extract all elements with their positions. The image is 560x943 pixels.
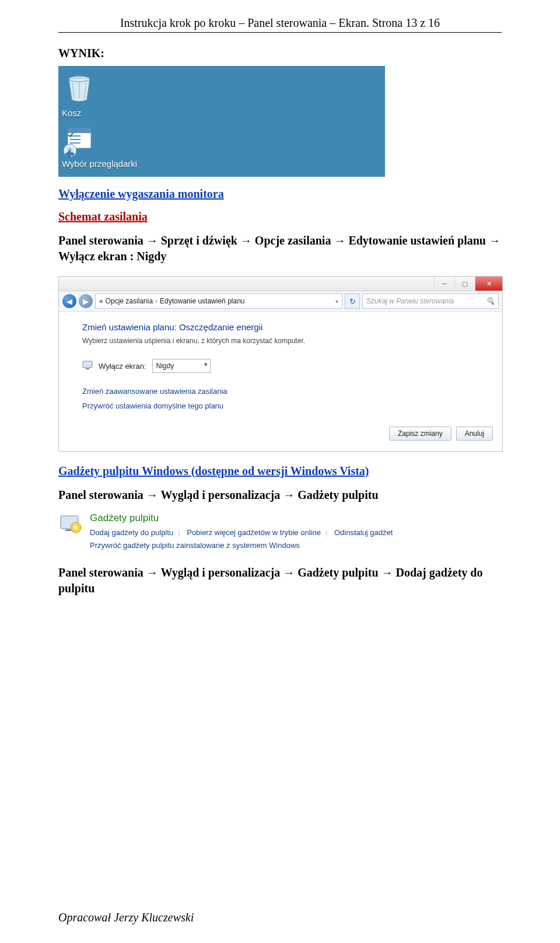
desktop-icon-browser[interactable]: Wybór przeglądarki (62, 126, 137, 169)
window-titlebar: ─ ▢ ✕ (59, 277, 502, 291)
gadget-link-more[interactable]: Pobierz więcej gadżetów w trybie online (187, 528, 321, 537)
power-path: Panel sterowania Sprzęt i dźwięk Opcje z… (58, 233, 502, 264)
path-seg: Edytowanie ustawień planu (348, 234, 501, 247)
breadcrumb[interactable]: « Opcje zasilania › Edytowanie ustawień … (95, 294, 342, 309)
path-seg: Gadżety pulpitu (298, 566, 393, 579)
path-seg: Wygląd i personalizacja (160, 566, 295, 579)
browser-chooser-icon (62, 126, 97, 158)
content-sub: Wybierz ustawienia uśpienia i ekranu, z … (82, 337, 493, 345)
content-heading: Zmień ustawienia planu: Oszczędzanie ene… (82, 322, 493, 332)
gadgets-path: Panel sterowania Wygląd i personalizacja… (58, 487, 502, 503)
link-divider: | (173, 528, 184, 537)
path-seg: Gadżety pulpitu (298, 488, 378, 501)
page-footer: Opracował Jerzy Kluczewski (58, 911, 194, 924)
power-options-window: ─ ▢ ✕ ◀ ▶ « Opcje zasilania › Edytowanie… (58, 276, 503, 452)
path-seg: Sprzęt i dźwięk (161, 234, 252, 247)
restore-defaults-link[interactable]: Przywróć ustawienia domyślne tego planu (82, 401, 493, 410)
path-seg: Panel sterowania (58, 566, 158, 579)
path-seg: Wyłącz ekran : Nigdy (58, 250, 166, 263)
path-seg: Wygląd i personalizacja (160, 488, 295, 501)
result-label: WYNIK: (58, 47, 502, 60)
gadget-icon (58, 512, 83, 537)
minimize-button[interactable]: ─ (434, 277, 454, 291)
forward-button[interactable]: ▶ (79, 294, 93, 308)
monitor-icon (82, 360, 93, 372)
maximize-button[interactable]: ▢ (454, 277, 475, 291)
advanced-settings-link[interactable]: Zmień zaawansowane ustawienia zasilania (82, 387, 493, 396)
search-input[interactable]: Szukaj w Panelu sterowania 🔍 (362, 294, 499, 309)
search-placeholder: Szukaj w Panelu sterowania (366, 297, 454, 305)
header-divider (58, 32, 502, 33)
page-header: Instrukcja krok po kroku – Panel sterowa… (58, 16, 502, 30)
window-content: Zmień ustawienia planu: Oszczędzanie ene… (59, 312, 502, 451)
address-bar: ◀ ▶ « Opcje zasilania › Edytowanie ustaw… (59, 291, 502, 312)
breadcrumb-separator: › (155, 297, 158, 305)
refresh-button[interactable]: ↻ (345, 294, 360, 309)
recycle-bin-icon (62, 72, 97, 107)
desktop-icon-recycle[interactable]: Kosz (62, 72, 97, 118)
gadget-link-add[interactable]: Dodaj gadżety do pulpitu (90, 528, 173, 537)
gadget-link-restore[interactable]: Przywróć gadżety pulpitu zainstalowane z… (90, 541, 300, 550)
gadget-link-uninstall[interactable]: Odinstaluj gadżet (334, 528, 393, 537)
desktop-screenshot: Kosz Wybór przeglądarki (58, 66, 385, 177)
svg-rect-11 (74, 526, 78, 529)
gadget-panel: Gadżety pulpitu Dodaj gadżety do pulpitu… (58, 511, 502, 556)
browser-caption: Wybór przeglądarki (62, 159, 137, 169)
breadcrumb-item[interactable]: Opcje zasilania (106, 297, 153, 305)
path-seg: Panel sterowania (58, 234, 158, 247)
save-button[interactable]: Zapisz zmiany (389, 427, 452, 441)
svg-rect-5 (83, 361, 92, 368)
search-icon: 🔍 (486, 297, 495, 305)
recycle-caption: Kosz (62, 108, 97, 118)
svg-rect-3 (68, 128, 91, 133)
off-screen-label: Wyłącz ekran: (99, 362, 146, 371)
close-button[interactable]: ✕ (475, 277, 502, 291)
path-seg: Opcje zasilania (255, 234, 346, 247)
gadgets-path-2: Panel sterowania Wygląd i personalizacja… (58, 565, 502, 596)
path-seg: Panel sterowania (58, 488, 158, 501)
back-button[interactable]: ◀ (62, 294, 76, 308)
off-screen-select[interactable]: Nigdy (152, 359, 211, 373)
section-link-power-scheme[interactable]: Schemat zasilania (58, 210, 148, 223)
cancel-button[interactable]: Anuluj (456, 427, 493, 441)
section-link-gadgets[interactable]: Gadżety pulpitu Windows (dostępne od wer… (58, 464, 369, 478)
link-divider: | (321, 528, 332, 537)
gadget-title: Gadżety pulpitu (90, 512, 393, 524)
svg-rect-6 (86, 368, 89, 369)
section-link-monitor[interactable]: Wyłączenie wygaszania monitora (58, 187, 224, 201)
chevron-down-icon[interactable]: ▾ (335, 298, 338, 305)
breadcrumb-item[interactable]: Edytowanie ustawień planu (160, 297, 244, 305)
chevrons-icon: « (99, 297, 103, 305)
gadget-links: Dodaj gadżety do pulpitu| Pobierz więcej… (90, 526, 393, 552)
